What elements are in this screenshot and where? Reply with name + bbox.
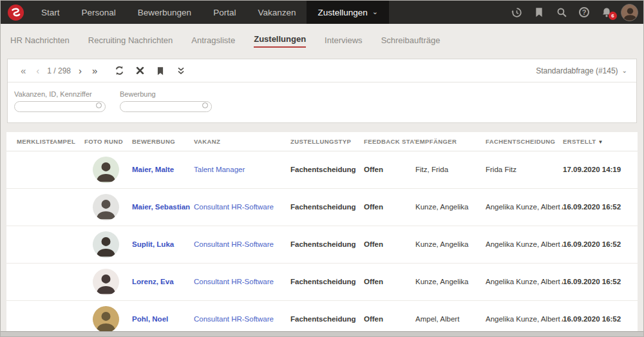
filter-vakanz: Vakanzen, ID, Kennziffer [14, 90, 106, 112]
zustellungstyp-cell: Fachentscheidung [290, 166, 364, 173]
help-icon[interactable]: ? [576, 4, 592, 21]
column-header-merkliste[interactable]: Merkliste [17, 138, 53, 145]
question-mark-glyph: ? [579, 7, 589, 17]
column-header-ampel[interactable]: Ampel [53, 138, 84, 145]
vakanz-filter-input[interactable] [14, 101, 106, 112]
feedback-status-cell: Offen [364, 240, 415, 248]
toolbar-actions [113, 64, 187, 77]
column-header-empfaenger[interactable]: Empfänger [415, 138, 486, 145]
next-page-button[interactable]: › [75, 64, 86, 77]
tab-antragsliste[interactable]: Antragsliste [191, 35, 235, 46]
nav-item-portal[interactable]: Portal [202, 1, 247, 24]
search-icon[interactable] [553, 4, 570, 21]
vakanz-link[interactable]: Consultant HR-Software [194, 240, 290, 248]
bottom-scrollbar-track[interactable] [1, 331, 643, 336]
nav-item-bewerbungen[interactable]: Bewerbungen [127, 1, 202, 24]
table-row: Lorenz, Eva Consultant HR-Software Fache… [6, 264, 638, 301]
tab-hr-nachrichten[interactable]: HR Nachrichten [10, 35, 70, 46]
table-row: Suplit, Luka Consultant HR-Software Fach… [6, 226, 638, 264]
tab-zustellungen-active[interactable]: Zustellungen [254, 34, 306, 48]
user-avatar[interactable] [621, 4, 638, 21]
close-icon[interactable] [133, 64, 146, 77]
column-header-erstellt[interactable]: Erstellt▼ [563, 138, 638, 145]
query-selector[interactable]: Standardabfrage (#145) ⌄ [536, 66, 627, 75]
candidate-photo[interactable] [93, 269, 119, 295]
zustellungstyp-cell: Fachentscheidung [290, 203, 364, 211]
bewerbung-link[interactable]: Pohl, Noel [132, 315, 194, 323]
column-header-feedback-status[interactable]: Feedback Statu [364, 138, 415, 145]
last-page-button[interactable]: » [88, 64, 101, 77]
erstellt-cell: 17.09.2020 14:19 [563, 166, 638, 173]
zustellungstyp-cell: Fachentscheidung [290, 240, 364, 248]
candidate-photo[interactable] [93, 231, 119, 258]
empfaenger-cell: Kunze, Angelika [415, 240, 486, 248]
first-page-button[interactable]: « [17, 64, 30, 77]
search-lens-icon [202, 102, 208, 108]
nav-item-start[interactable]: Start [30, 1, 71, 24]
previous-page-button[interactable]: ‹ [32, 64, 43, 77]
bewerbung-link[interactable]: Maier, Sebastian [132, 203, 194, 211]
app-window: Start Personal Bewerbungen Portal Vakanz… [0, 0, 644, 337]
list-toolbar: « ‹ 1 / 298 › » [8, 59, 636, 82]
bell-icon[interactable]: 6 [598, 4, 615, 21]
feedback-status-cell: Offen [364, 278, 415, 285]
candidate-photo[interactable] [93, 194, 119, 220]
bewerbung-link[interactable]: Maier, Malte [132, 166, 194, 173]
page-indicator: 1 / 298 [46, 66, 72, 75]
bewerbung-link[interactable]: Suplit, Luka [132, 240, 194, 248]
vakanz-link[interactable]: Consultant HR-Software [194, 315, 290, 323]
filter-label: Bewerbung [120, 90, 212, 98]
bookmark-icon[interactable] [531, 4, 547, 21]
zustellungstyp-cell: Fachentscheidung [290, 315, 364, 323]
filter-label: Vakanzen, ID, Kennziffer [14, 90, 106, 98]
nav-item-label: Zustellungen [317, 8, 367, 17]
erstellt-cell: 16.09.2020 16:52 [563, 240, 638, 248]
refresh-icon[interactable] [113, 64, 126, 77]
main-menu: Start Personal Bewerbungen Portal Vakanz… [30, 1, 389, 24]
tab-interviews[interactable]: Interviews [325, 35, 363, 46]
vakanz-link[interactable]: Consultant HR-Software [194, 278, 290, 285]
column-header-fachentscheidung[interactable]: Fachentscheidung [486, 138, 563, 145]
column-header-zustellungstyp[interactable]: Zustellungstyp [290, 138, 364, 145]
rexx-logo[interactable] [1, 1, 30, 24]
erstellt-cell: 16.09.2020 16:52 [563, 315, 638, 323]
candidate-photo[interactable] [93, 157, 119, 183]
history-icon[interactable] [508, 4, 525, 21]
table-row: Maier, Sebastian Consultant HR-Software … [6, 189, 638, 226]
top-navigation: Start Personal Bewerbungen Portal Vakanz… [1, 1, 643, 24]
vakanz-link[interactable]: Talent Manager [194, 166, 290, 173]
fachentscheidung-cell: Angelika Kunze, Albert A [486, 240, 563, 248]
bookmark-icon[interactable] [154, 64, 167, 77]
bewerbung-link[interactable]: Lorenz, Eva [132, 278, 194, 285]
tab-recruiting-nachrichten[interactable]: Recruiting Nachrichten [88, 35, 173, 46]
zustellungen-table: Merkliste Ampel Foto rund Bewerbung Vaka… [6, 132, 638, 337]
chevron-down-icon: ⌄ [372, 8, 378, 16]
zustellungstyp-cell: Fachentscheidung [290, 278, 364, 285]
empfaenger-cell: Kunze, Angelika [415, 278, 486, 285]
vakanz-link[interactable]: Consultant HR-Software [194, 203, 290, 211]
list-control-panel: « ‹ 1 / 298 › » [7, 59, 637, 123]
column-header-bewerbung[interactable]: Bewerbung [132, 138, 194, 145]
column-header-foto-rund[interactable]: Foto rund [84, 138, 132, 145]
feedback-status-cell: Offen [364, 203, 415, 211]
tab-schreibauftraege[interactable]: Schreibaufträge [381, 35, 440, 46]
search-lens-icon [96, 102, 102, 108]
expand-icon[interactable] [175, 64, 187, 77]
filter-bewerbung: Bewerbung [120, 90, 212, 112]
filter-bar: Vakanzen, ID, Kennziffer Bewerbung [8, 82, 636, 122]
fachentscheidung-cell: Angelika Kunze, Albert A [486, 278, 563, 285]
nav-item-zustellungen-active[interactable]: Zustellungen ⌄ [307, 1, 389, 24]
bewerbung-filter-input[interactable] [120, 101, 212, 112]
candidate-photo[interactable] [93, 306, 119, 332]
topnav-icon-group: ? 6 [508, 1, 643, 24]
column-header-vakanz[interactable]: Vakanz [194, 138, 290, 145]
erstellt-cell: 16.09.2020 16:52 [563, 278, 638, 285]
notification-badge: 6 [609, 12, 617, 20]
sort-desc-icon: ▼ [598, 139, 603, 145]
erstellt-cell: 16.09.2020 16:52 [563, 203, 638, 211]
nav-item-vakanzen[interactable]: Vakanzen [247, 1, 307, 24]
empfaenger-cell: Fitz, Frida [415, 166, 486, 173]
chevron-down-icon: ⌄ [622, 67, 627, 74]
nav-item-personal[interactable]: Personal [71, 1, 127, 24]
column-header-label: Erstellt [563, 138, 596, 145]
